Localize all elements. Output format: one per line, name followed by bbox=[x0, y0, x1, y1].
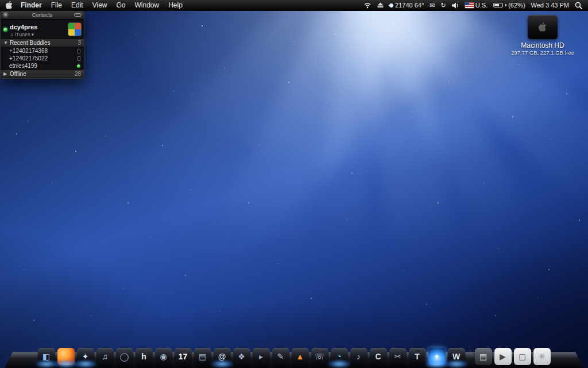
buddy-name: +12402175022 bbox=[9, 55, 48, 62]
dock-items: ◧✦♫◯h◉17▤@❖▸✎▲☏◔♪C✂T✦W▤▶▢✳ bbox=[5, 346, 583, 365]
dock-icon-game-app[interactable]: ▸ bbox=[253, 348, 270, 365]
hard-drive-icon bbox=[528, 15, 558, 39]
menu-go[interactable]: Go bbox=[117, 1, 126, 9]
my-screen-name: dcy4pres bbox=[10, 24, 37, 30]
menu-file[interactable]: File bbox=[51, 1, 62, 9]
app-menu-finder[interactable]: Finder bbox=[21, 1, 42, 9]
droplet-icon bbox=[389, 2, 394, 8]
dock-icon-documents-stack[interactable]: ▤ bbox=[475, 348, 492, 365]
apple-emblem-icon bbox=[539, 22, 547, 32]
group-recent-buddies[interactable]: ▼ Recent Buddies 3 bbox=[1, 39, 84, 47]
dock-icon-vlc[interactable]: ▲ bbox=[292, 348, 309, 365]
disclosure-triangle-icon[interactable]: ▶ bbox=[3, 71, 8, 76]
battery-percent: (62%) bbox=[508, 2, 525, 9]
aurora-wallpaper bbox=[0, 0, 588, 368]
dock-icon-c-app[interactable]: C bbox=[370, 348, 387, 365]
dock-icon-browser-window[interactable]: ▢ bbox=[514, 348, 531, 365]
dock-icon-calendar[interactable]: 17 bbox=[175, 348, 192, 365]
drive-label: Macintosh HD bbox=[505, 41, 580, 49]
dock-icon-camera-app[interactable]: ◉ bbox=[155, 348, 172, 365]
buddy-row[interactable]: +12402174368 bbox=[1, 47, 84, 55]
window-title: Contacts bbox=[1, 12, 84, 18]
dock-icon-trash[interactable]: ✳ bbox=[533, 348, 551, 365]
desktop-icon-macintosh-hd[interactable]: Macintosh HD 297.77 GB, 227.1 GB free bbox=[505, 15, 580, 56]
dock-icon-h-app[interactable]: h bbox=[136, 348, 153, 365]
dock-icon-tools-app[interactable]: ✂ bbox=[389, 348, 407, 365]
menu-view[interactable]: View bbox=[92, 1, 107, 9]
dock-icon-textedit[interactable]: T bbox=[409, 348, 426, 365]
dock-icon-safari[interactable]: ✦ bbox=[77, 348, 94, 365]
input-source-menu[interactable]: U.S. bbox=[465, 2, 488, 9]
mobile-status-icon bbox=[78, 49, 80, 53]
apple-icon bbox=[6, 1, 13, 9]
airport-icon[interactable] bbox=[363, 2, 372, 9]
apple-menu[interactable] bbox=[6, 1, 13, 9]
mobile-status-icon bbox=[78, 56, 80, 61]
menu-edit[interactable]: Edit bbox=[71, 1, 83, 9]
drive-free-space: 297.77 GB, 227.1 GB free bbox=[505, 49, 580, 56]
weather-menu[interactable]: 21740 64° bbox=[389, 2, 424, 9]
dock-separator bbox=[470, 346, 470, 365]
disclosure-triangle-icon[interactable]: ▼ bbox=[3, 40, 8, 45]
online-status-icon bbox=[3, 28, 7, 32]
titlebar-capsule-button[interactable] bbox=[74, 13, 82, 17]
menu-bar: Finder File Edit View Go Window Help 217… bbox=[0, 0, 588, 11]
my-status-row[interactable]: dcy4pres ♫ iTunes ▾ bbox=[1, 20, 84, 39]
close-button[interactable]: ✕ bbox=[3, 12, 9, 18]
eject-icon[interactable] bbox=[377, 2, 384, 8]
buddy-name: +12402174368 bbox=[9, 48, 48, 54]
group-count: 28 bbox=[75, 71, 81, 77]
dock-icon-movie-file[interactable]: ▶ bbox=[494, 348, 512, 365]
dock-icon-address-book[interactable]: ▤ bbox=[194, 348, 211, 365]
dock-icon-media-player[interactable]: ◯ bbox=[116, 348, 133, 365]
sync-icon[interactable]: ↻ bbox=[441, 2, 446, 9]
dock-icon-blue-flame-app[interactable]: ✦ bbox=[428, 348, 446, 365]
menu-window[interactable]: Window bbox=[135, 1, 160, 9]
battery-menu[interactable]: (62%) bbox=[493, 2, 525, 9]
battery-icon bbox=[493, 3, 503, 7]
dock-icon-phone-app[interactable]: ☏ bbox=[311, 348, 328, 365]
contacts-window: ✕ Contacts dcy4pres ♫ iTunes ▾ ▼ Recent … bbox=[0, 11, 84, 79]
dock-icon-finder[interactable]: ◧ bbox=[38, 348, 55, 365]
mail-icon[interactable]: ✉ bbox=[430, 2, 435, 9]
group-offline[interactable]: ▶ Offline 28 bbox=[1, 70, 84, 78]
dock-icon-mail[interactable]: @ bbox=[214, 348, 231, 365]
contacts-titlebar[interactable]: ✕ Contacts bbox=[1, 11, 84, 20]
online-status-icon bbox=[77, 64, 80, 68]
buddy-row[interactable]: etnies4199 bbox=[1, 62, 84, 70]
weather-text: 21740 64° bbox=[395, 2, 424, 9]
dock-icon-photos-app[interactable]: ❖ bbox=[233, 348, 250, 365]
dock: ◧✦♫◯h◉17▤@❖▸✎▲☏◔♪C✂T✦W▤▶▢✳ bbox=[5, 339, 583, 368]
dock-icon-pen-app[interactable]: ✎ bbox=[272, 348, 289, 365]
buddy-avatar[interactable] bbox=[68, 23, 81, 36]
my-status-message[interactable]: ♫ iTunes ▾ bbox=[10, 32, 37, 37]
group-label: Offline bbox=[10, 71, 26, 77]
desktop: Finder File Edit View Go Window Help 217… bbox=[0, 0, 588, 368]
us-flag-icon bbox=[465, 2, 474, 8]
dock-icon-firefox[interactable] bbox=[57, 348, 75, 365]
buddy-row[interactable]: +12402175022 bbox=[1, 55, 84, 62]
clock-menu[interactable]: Wed 3 43 PM bbox=[531, 2, 569, 9]
input-source-label: U.S. bbox=[475, 2, 488, 9]
status-label: iTunes bbox=[15, 32, 30, 37]
dock-icon-word[interactable]: W bbox=[448, 348, 465, 365]
spotlight-icon[interactable] bbox=[575, 2, 582, 9]
dock-icon-dashboard[interactable]: ◔ bbox=[331, 348, 348, 365]
music-note-icon: ♫ bbox=[10, 32, 14, 37]
dock-icon-itunes[interactable]: ♫ bbox=[96, 348, 114, 365]
battery-cap bbox=[505, 4, 506, 6]
group-count: 3 bbox=[78, 40, 81, 46]
group-label: Recent Buddies bbox=[10, 40, 51, 46]
chevron-down-icon: ▾ bbox=[31, 32, 34, 37]
menu-bar-status-area: 21740 64° ✉ ↻ U.S. (62%) Wed 3 43 PM bbox=[363, 2, 582, 9]
volume-icon[interactable] bbox=[452, 2, 459, 9]
dock-icon-radio-app[interactable]: ♪ bbox=[350, 348, 368, 365]
menu-help[interactable]: Help bbox=[168, 1, 183, 9]
buddy-name: etnies4199 bbox=[9, 63, 37, 69]
